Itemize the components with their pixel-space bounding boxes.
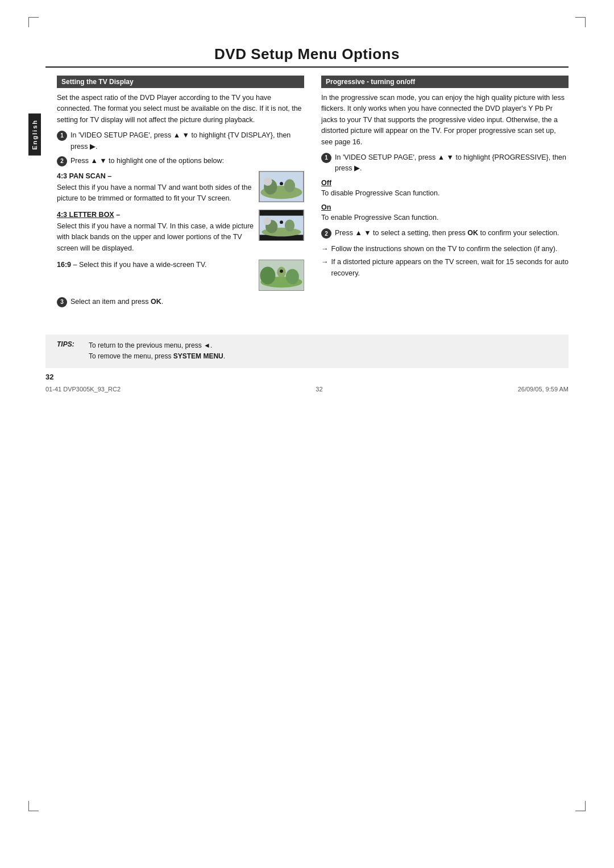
arrow-text-2: If a distorted picture appears on the TV… (331, 257, 569, 279)
corner-mark-tr (575, 17, 586, 27)
svg-point-12 (263, 218, 271, 225)
right-section-header: Progressive - turning on/off (321, 76, 569, 88)
tips-line-2: To remove the menu, press SYSTEM MENU. (89, 351, 225, 362)
16-9-image (259, 260, 304, 291)
left-section-header: Setting the TV Display (57, 76, 304, 88)
letter-box-image (259, 210, 304, 241)
arrow-symbol-2: → (321, 257, 329, 268)
right-step-1-list: 1 In 'VIDEO SETUP PAGE', press ▲ ▼ to hi… (321, 152, 569, 174)
svg-point-19 (280, 269, 283, 273)
letter-box-body: Select this if you have a normal TV. In … (57, 222, 254, 252)
16-9-body: – Select this if you have a wide-screen … (71, 261, 206, 269)
pan-scan-title: 4:3 PAN SCAN – (57, 172, 111, 180)
tips-box: TIPS: To return to the previous menu, pr… (45, 335, 569, 368)
off-text: To disable Progressive Scan function. (321, 188, 569, 199)
option-pan-scan-text: 4:3 PAN SCAN – Select this if you have a… (57, 171, 254, 204)
page-number: 32 (45, 373, 569, 381)
svg-point-3 (284, 180, 295, 193)
step-3-number: 3 (57, 297, 67, 307)
content-columns: Setting the TV Display Set the aspect ra… (57, 76, 569, 312)
on-heading: On (321, 203, 569, 211)
right-column: Progressive - turning on/off In the prog… (321, 76, 569, 312)
footer-center: 32 (316, 386, 322, 393)
off-heading: Off (321, 179, 569, 187)
step-3-text: Select an item and press OK. (70, 297, 163, 307)
step-2-number: 2 (57, 156, 67, 166)
left-step-2: 2 Press ▲ ▼ to highlight one of the opti… (57, 156, 304, 166)
right-intro-text: In the progressive scan mode, you can en… (321, 93, 569, 148)
step-2-text: Press ▲ ▼ to highlight one of the option… (70, 156, 224, 166)
option-letter-box: 4:3 LETTER BOX – Select this if you have… (57, 210, 304, 254)
option-16-9-text: 16:9 – Select this if you have a wide-sc… (57, 260, 254, 270)
on-text: To enable Progressive Scan function. (321, 212, 569, 223)
arrow-item-1: → Follow the instructions shown on the T… (321, 244, 569, 254)
page-footer: 01-41 DVP3005K_93_RC2 32 26/09/05, 9:59 … (45, 386, 569, 393)
right-step-2-list: 2 Press ▲ ▼ to select a setting, then pr… (321, 228, 569, 239)
corner-mark-br (575, 801, 586, 811)
corner-mark-bl (28, 801, 39, 811)
right-step-2: 2 Press ▲ ▼ to select a setting, then pr… (321, 228, 569, 239)
footer-right: 26/09/05, 9:59 AM (518, 386, 569, 393)
right-step-2-text: Press ▲ ▼ to select a setting, then pres… (335, 228, 559, 239)
right-step-1-text: In 'VIDEO SETUP PAGE', press ▲ ▼ to high… (335, 152, 569, 174)
left-steps: 1 In 'VIDEO SETUP PAGE', press ▲ ▼ to hi… (57, 130, 304, 166)
pan-scan-image (259, 171, 304, 202)
arrow-symbol-1: → (321, 244, 329, 254)
letter-box-dash: – (114, 211, 120, 219)
tips-system-menu: SYSTEM MENU (173, 352, 223, 360)
option-pan-scan: 4:3 PAN SCAN – Select this if you have a… (57, 171, 304, 204)
left-step-3-list: 3 Select an item and press OK. (57, 297, 304, 307)
corner-mark-tl (28, 17, 39, 27)
step-1-text: In 'VIDEO SETUP PAGE', press ▲ ▼ to high… (70, 130, 304, 152)
svg-point-4 (263, 177, 272, 186)
option-letter-box-text: 4:3 LETTER BOX – Select this if you have… (57, 210, 254, 254)
pan-scan-body: Select this if you have a normal TV and … (57, 183, 251, 202)
right-step-1-number: 1 (321, 153, 331, 163)
footer-left: 01-41 DVP3005K_93_RC2 (45, 386, 121, 393)
page-wrapper: English DVD Setup Menu Options Setting t… (0, 0, 614, 868)
page-title: DVD Setup Menu Options (45, 45, 569, 63)
16-9-title: 16:9 (57, 261, 71, 269)
left-intro-text: Set the aspect ratio of the DVD Player a… (57, 93, 304, 126)
svg-point-11 (285, 220, 294, 232)
arrow-text-1: Follow the instructions shown on the TV … (331, 244, 558, 254)
step-1-number: 1 (57, 131, 67, 141)
left-step-1: 1 In 'VIDEO SETUP PAGE', press ▲ ▼ to hi… (57, 130, 304, 152)
arrow-item-2: → If a distorted picture appears on the … (321, 257, 569, 279)
left-step-3: 3 Select an item and press OK. (57, 297, 304, 307)
svg-point-13 (280, 221, 283, 224)
left-column: Setting the TV Display Set the aspect ra… (57, 76, 304, 312)
tips-content: To return to the previous menu, press ◄.… (89, 340, 225, 362)
svg-point-16 (260, 266, 275, 284)
tips-label: TIPS: (57, 340, 80, 348)
svg-point-6 (280, 182, 283, 186)
svg-point-17 (286, 269, 299, 284)
letter-box-title: 4:3 LETTER BOX (57, 211, 114, 219)
right-step-1: 1 In 'VIDEO SETUP PAGE', press ▲ ▼ to hi… (321, 152, 569, 174)
title-rule (45, 66, 569, 68)
language-tab: English (28, 114, 41, 156)
tips-line-1: To return to the previous menu, press ◄. (89, 340, 225, 351)
right-step-2-number: 2 (321, 228, 331, 239)
option-16-9: 16:9 – Select this if you have a wide-sc… (57, 260, 304, 291)
